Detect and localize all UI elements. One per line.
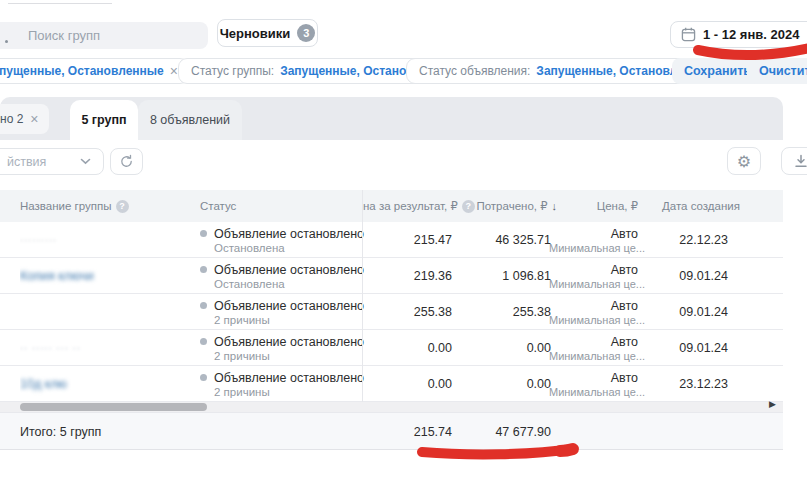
filter-chip-label: Статус группы:	[191, 64, 274, 78]
refresh-button[interactable]	[110, 148, 143, 175]
filter-chip-label: Статус объявления:	[419, 64, 530, 78]
refresh-icon	[119, 154, 134, 169]
frozen-column-divider	[362, 190, 363, 402]
created-date: 09.01.24	[679, 341, 728, 355]
column-header-label: Название группы	[20, 200, 112, 212]
status-dot-icon	[200, 230, 207, 237]
filter-chip-value: пущенные, Остановленные	[0, 64, 164, 78]
gear-icon: ⚙	[737, 152, 751, 171]
table-row[interactable]: ·· ····· ··· ·· Объявление остановлено 2…	[0, 330, 783, 366]
column-header-status[interactable]: Статус	[200, 190, 236, 222]
group-name-link[interactable]: Копия ключи	[20, 269, 190, 283]
table-header-row: Название группы ? Статус на за результат…	[0, 190, 783, 222]
scroll-right-icon[interactable]: ▶	[769, 399, 776, 409]
column-header-name[interactable]: Название группы ?	[20, 190, 129, 222]
column-header-price[interactable]: Цена, ₽	[538, 190, 638, 222]
actions-label: йствия	[7, 155, 46, 169]
column-header-label: Дата создания	[662, 200, 740, 212]
settings-button[interactable]: ⚙	[727, 147, 761, 175]
status-cell: Объявление остановлено 2 причины	[200, 366, 360, 402]
close-icon[interactable]: ×	[30, 112, 38, 126]
selection-chip-label: но 2	[0, 112, 23, 126]
tab-ads[interactable]: 8 объявлений	[138, 100, 242, 140]
date-range-picker[interactable]: 1 - 12 янв. 2024	[670, 21, 807, 48]
created-date: 09.01.24	[679, 269, 728, 283]
column-header-label: Цена, ₽	[597, 199, 638, 213]
created-date: 09.01.24	[679, 305, 728, 319]
calendar-icon	[681, 27, 696, 42]
scrollbar-thumb[interactable]	[20, 403, 207, 411]
drafts-button[interactable]: Черновики 3	[217, 19, 318, 47]
help-icon[interactable]: ?	[116, 200, 129, 213]
table-footer-row: Итого: 5 групп 215.74 47 677.90	[0, 412, 783, 450]
drafts-label: Черновики	[220, 26, 291, 41]
status-cell: Объявление остановлено 2 причины	[200, 294, 360, 330]
actions-dropdown[interactable]: йствия	[0, 148, 104, 175]
close-icon[interactable]: ×	[170, 64, 178, 78]
download-icon	[794, 154, 807, 168]
clear-button[interactable]: Очистить	[747, 58, 807, 84]
group-name-link[interactable]: ·········	[20, 236, 190, 245]
created-date: 23.12.23	[679, 377, 728, 391]
red-underline-date	[698, 47, 807, 55]
search-icon	[5, 40, 8, 43]
column-header-created[interactable]: Дата создания	[662, 190, 740, 222]
top-hairline	[8, 3, 112, 4]
date-range-label: 1 - 12 янв. 2024	[703, 27, 799, 42]
tab-ads-label: 8 объявлений	[150, 113, 230, 127]
search-input[interactable]	[0, 22, 208, 49]
group-name-link[interactable]: 10д клю	[20, 377, 190, 391]
table-row[interactable]: Копия ключи Объявление остановлено Остан…	[0, 258, 783, 294]
table-row[interactable]: 10д клю Объявление остановлено 2 причины…	[0, 366, 783, 402]
status-dot-icon	[200, 302, 207, 309]
ads-manager-screen: Черновики 3 1 - 12 янв. 2024 пущенные, О…	[0, 0, 807, 487]
status-cell: Объявление остановлено 2 причины	[200, 330, 360, 366]
tab-groups-label: 5 групп	[81, 113, 126, 127]
total-spent: 47 677.90	[495, 425, 551, 439]
drafts-count-badge: 3	[297, 24, 315, 42]
status-dot-icon	[200, 266, 207, 273]
status-cell: Объявление остановлено Остановлена	[200, 222, 360, 258]
column-header-label: Потрачено, ₽	[476, 199, 547, 213]
status-dot-icon	[200, 374, 207, 381]
group-name-link[interactable]: ·· ····· ··· ··	[20, 344, 190, 353]
tab-groups[interactable]: 5 групп	[70, 100, 138, 140]
filter-chip-campaign-status[interactable]: пущенные, Остановленные ×	[0, 58, 189, 84]
status-dot-icon	[200, 338, 207, 345]
table-row[interactable]: ········· Объявление остановлено Останов…	[0, 222, 783, 258]
totals-label: Итого: 5 групп	[20, 425, 220, 439]
chevron-down-icon	[80, 158, 91, 165]
created-date: 22.12.23	[679, 233, 728, 247]
column-header-label: Статус	[200, 200, 236, 212]
export-button[interactable]	[781, 147, 807, 175]
table-row[interactable]: Объявление остановлено 2 причины 255.38 …	[0, 294, 783, 330]
selection-chip[interactable]: но 2 ×	[0, 104, 49, 134]
status-cell: Объявление остановлено Остановлена	[200, 258, 360, 294]
